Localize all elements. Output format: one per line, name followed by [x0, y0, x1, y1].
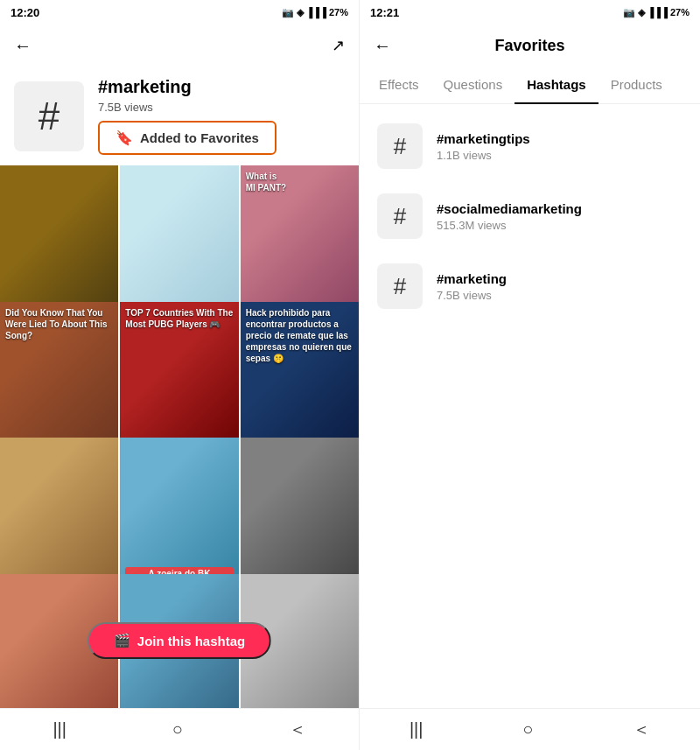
video-grid: What isMI PANT? Did You Know That You We… [0, 165, 359, 708]
video-cell-5[interactable]: TOP 7 Countries With The Most PUBG Playe… [120, 302, 238, 459]
right-panel: 12:21 📷 ◈ ▐▐▐ 27% ← Favorites Effects Qu… [359, 0, 700, 750]
hash-name-1: #marketingtips [437, 131, 530, 146]
right-back-button[interactable]: ← [374, 36, 391, 56]
tab-questions[interactable]: Questions [431, 67, 515, 104]
favorites-button[interactable]: 🔖 Added to Favorites [98, 121, 276, 155]
hash-views-2: 515.3M views [437, 219, 582, 232]
video-overlay-6: Hack prohibido para encontrar productos … [246, 307, 354, 364]
video-cell-9[interactable] [241, 438, 359, 595]
hash-info-3: #marketing 7.5B views [437, 271, 507, 302]
left-time: 12:20 [10, 6, 39, 19]
hash-views-3: 7.5B views [437, 289, 507, 302]
right-status-icons: 📷 ◈ ▐▐▐ 27% [623, 7, 690, 18]
video-cell-4[interactable]: Did You Know That You Were Lied To About… [0, 302, 118, 459]
left-nav-back[interactable]: ＜ [289, 718, 306, 741]
hashtag-views: 7.5B views [98, 101, 276, 114]
back-button[interactable]: ← [14, 36, 32, 56]
hashtag-info: #marketing 7.5B views 🔖 Added to Favorit… [98, 77, 276, 155]
hash-icon-2: # [377, 193, 423, 239]
list-item-2[interactable]: # #socialmediamarketing 515.3M views [360, 181, 700, 251]
right-bottom-nav: ||| ○ ＜ [360, 708, 700, 750]
left-panel: 12:20 📷 ◈ ▐▐▐ 27% ← ↗ # #marketing 7.5B … [0, 0, 359, 750]
left-status-icons: 📷 ◈ ▐▐▐ 27% [282, 7, 348, 18]
tabs-row: Effects Questions Hashtags Products [360, 67, 700, 104]
join-icon: 🎬 [114, 633, 130, 648]
hash-views-1: 1.1B views [437, 149, 530, 162]
hashtag-title: #marketing [98, 77, 276, 97]
right-time: 12:21 [370, 6, 399, 19]
video-cell-2[interactable] [120, 165, 238, 323]
right-nav-back[interactable]: ＜ [633, 718, 650, 741]
video-cell-3[interactable]: What isMI PANT? [241, 165, 359, 323]
right-nav-home[interactable]: ○ [522, 719, 533, 739]
hash-icon-1: # [377, 123, 423, 169]
right-nav-menu[interactable]: ||| [410, 719, 424, 739]
hashtag-header: # #marketing 7.5B views 🔖 Added to Favor… [0, 67, 359, 165]
video-cell-8[interactable]: A zoeira do BKnão tem limite! [120, 438, 238, 595]
list-item-1[interactable]: # #marketingtips 1.1B views [360, 111, 700, 181]
tab-products[interactable]: Products [598, 67, 675, 104]
right-top-nav: ← Favorites [360, 25, 700, 67]
join-label: Join this hashtag [137, 634, 245, 648]
hash-name-2: #socialmediamarketing [437, 201, 582, 216]
favorites-label: Added to Favorites [140, 130, 259, 145]
video-overlay-3: What isMI PANT? [246, 171, 354, 193]
video-cell-6[interactable]: Hack prohibido para encontrar productos … [241, 302, 359, 459]
video-overlay-5: TOP 7 Countries With The Most PUBG Playe… [125, 307, 233, 330]
left-nav-menu[interactable]: ||| [52, 719, 66, 739]
hashtag-list: # #marketingtips 1.1B views # #socialmed… [360, 104, 700, 708]
right-title: Favorites [494, 37, 564, 55]
hash-info-2: #socialmediamarketing 515.3M views [437, 201, 582, 232]
video-cell-1[interactable] [0, 165, 118, 323]
tab-hashtags[interactable]: Hashtags [514, 67, 598, 104]
left-nav-home[interactable]: ○ [172, 719, 183, 739]
video-cell-7[interactable] [0, 438, 118, 595]
video-overlay-4: Did You Know That You Were Lied To About… [5, 307, 113, 341]
left-status-bar: 12:20 📷 ◈ ▐▐▐ 27% [0, 0, 359, 25]
tab-effects[interactable]: Effects [367, 67, 431, 104]
hash-name-3: #marketing [437, 271, 507, 286]
hash-info-1: #marketingtips 1.1B views [437, 131, 530, 162]
share-button[interactable]: ↗ [332, 36, 345, 55]
hashtag-icon: # [14, 81, 84, 151]
hash-icon-3: # [377, 263, 423, 309]
bookmark-icon: 🔖 [116, 130, 133, 146]
list-item-3[interactable]: # #marketing 7.5B views [360, 251, 700, 321]
left-top-nav: ← ↗ [0, 25, 359, 67]
left-bottom-nav: ||| ○ ＜ [0, 708, 359, 750]
right-status-bar: 12:21 📷 ◈ ▐▐▐ 27% [360, 0, 700, 25]
join-hashtag-button[interactable]: 🎬 Join this hashtag [88, 622, 271, 659]
